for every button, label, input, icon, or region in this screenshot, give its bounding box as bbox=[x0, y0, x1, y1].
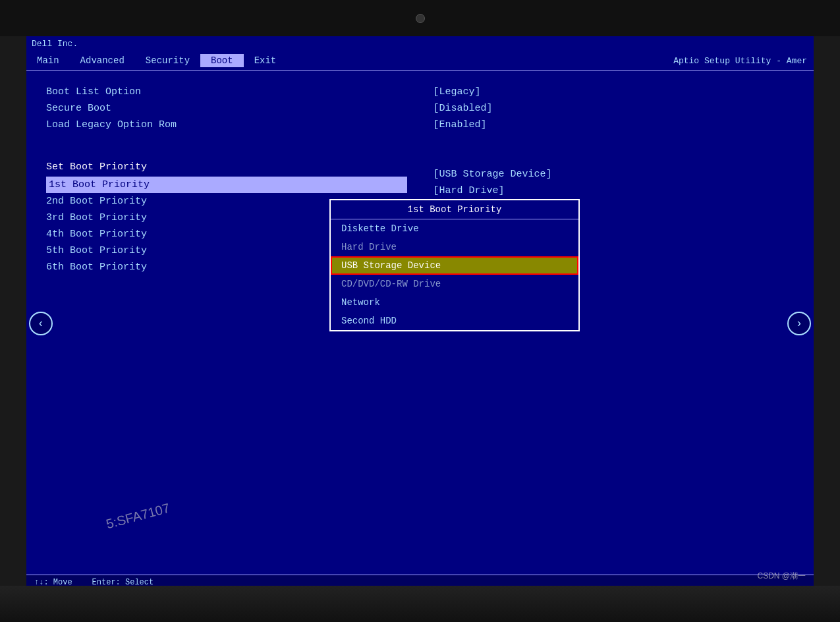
menu-item-advanced[interactable]: Advanced bbox=[70, 54, 135, 67]
option-spacer bbox=[46, 133, 407, 150]
dropdown-title: 1st Boot Priority bbox=[331, 200, 578, 219]
nav-arrow-left[interactable]: ‹ bbox=[29, 312, 53, 335]
value-1st-boot: [USB Storage Device] bbox=[434, 166, 795, 183]
value-spacer bbox=[434, 133, 795, 150]
nav-arrow-right[interactable]: › bbox=[787, 312, 811, 335]
option-load-legacy[interactable]: Load Legacy Option Rom bbox=[46, 117, 407, 133]
dropdown-item-usb[interactable]: USB Storage Device bbox=[331, 256, 578, 275]
dropdown-item-second-hdd[interactable]: Second HDD bbox=[331, 312, 578, 330]
value-boot-list: [Legacy] bbox=[434, 84, 795, 100]
menu-item-boot[interactable]: Boot bbox=[200, 54, 244, 67]
watermark: CSDN @潮一 bbox=[757, 571, 806, 582]
dropdown-popup: 1st Boot Priority Diskette Drive Hard Dr… bbox=[329, 199, 580, 331]
option-boot-list[interactable]: Boot List Option bbox=[46, 84, 407, 100]
utility-title: Aptio Setup Utility - Amer bbox=[673, 56, 814, 66]
option-set-boot-priority: Set Boot Priority bbox=[46, 159, 407, 175]
menu-item-main[interactable]: Main bbox=[26, 54, 70, 67]
vendor-name: Dell Inc. bbox=[32, 39, 78, 49]
vendor-bar: Dell Inc. bbox=[26, 36, 814, 51]
laptop-frame: Dell Inc. Main Advanced Security Boot Ex… bbox=[0, 0, 840, 622]
dropdown-item-diskette[interactable]: Diskette Drive bbox=[331, 219, 578, 238]
option-1st-boot[interactable]: 1st Boot Priority bbox=[46, 177, 407, 193]
menu-bar: Main Advanced Security Boot Exit Aptio S… bbox=[26, 51, 814, 71]
dropdown-item-network[interactable]: Network bbox=[331, 293, 578, 312]
value-set-priority bbox=[434, 150, 795, 166]
dropdown-item-cddvd[interactable]: CD/DVD/CD-RW Drive bbox=[331, 275, 578, 293]
value-load-legacy: [Enabled] bbox=[434, 117, 795, 133]
value-secure-boot: [Disabled] bbox=[434, 100, 795, 117]
bios-content: ‹ Boot List Option Secure Boot Load Lega… bbox=[26, 71, 814, 577]
option-secure-boot[interactable]: Secure Boot bbox=[46, 100, 407, 117]
menu-item-security[interactable]: Security bbox=[135, 54, 200, 67]
bios-screen: Dell Inc. Main Advanced Security Boot Ex… bbox=[26, 36, 814, 590]
dropdown-item-harddrive[interactable]: Hard Drive bbox=[331, 238, 578, 256]
bottom-bezel bbox=[0, 586, 840, 622]
menu-item-exit[interactable]: Exit bbox=[244, 54, 287, 67]
value-2nd-boot: [Hard Drive] bbox=[434, 183, 795, 199]
camera-dot bbox=[416, 14, 425, 23]
camera-bar bbox=[0, 0, 840, 36]
